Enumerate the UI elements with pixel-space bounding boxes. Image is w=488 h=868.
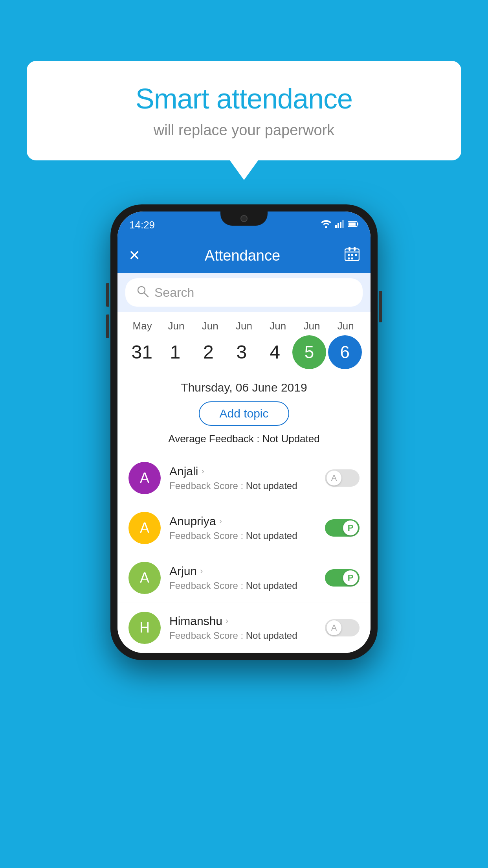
student-name-arjun[interactable]: Arjun › xyxy=(169,565,316,578)
chevron-arjun: › xyxy=(200,566,203,576)
speech-bubble-title: Smart attendance xyxy=(50,83,438,115)
svg-rect-6 xyxy=(357,223,358,225)
search-container: Search xyxy=(117,273,371,312)
cal-month-5[interactable]: Jun xyxy=(296,320,328,332)
attendance-toggle-arjun[interactable] xyxy=(325,569,360,587)
battery-icon xyxy=(348,221,359,229)
cal-date-5-today[interactable]: 5 xyxy=(292,335,326,369)
notch xyxy=(220,211,268,226)
calendar-icon[interactable] xyxy=(345,247,360,264)
cal-month-0[interactable]: May xyxy=(127,320,158,332)
svg-rect-7 xyxy=(349,223,356,226)
student-feedback-anupriya: Feedback Score : Not updated xyxy=(169,530,316,541)
calendar-dates: 31 1 2 3 4 5 6 xyxy=(117,335,371,369)
student-feedback-arjun: Feedback Score : Not updated xyxy=(169,580,316,591)
attendance-toggle-himanshu[interactable] xyxy=(325,619,360,636)
calendar-months: May Jun Jun Jun Jun Jun Jun xyxy=(117,320,371,332)
attendance-toggle-anupriya[interactable] xyxy=(325,519,360,537)
cal-month-3[interactable]: Jun xyxy=(228,320,260,332)
svg-rect-1 xyxy=(335,225,337,228)
svg-rect-4 xyxy=(342,220,344,228)
avg-feedback-label: Average Feedback : xyxy=(168,433,259,445)
student-feedback-anjali: Feedback Score : Not updated xyxy=(169,480,316,491)
add-topic-button[interactable]: Add topic xyxy=(199,401,289,426)
phone-mockup: 14:29 xyxy=(110,204,378,660)
speech-bubble-subtitle: will replace your paperwork xyxy=(50,122,438,139)
student-item-arjun: A Arjun › Feedback Score : Not updated xyxy=(117,553,371,603)
camera xyxy=(240,215,248,222)
svg-rect-2 xyxy=(338,223,339,228)
speech-bubble-arrow xyxy=(230,160,258,180)
svg-rect-11 xyxy=(354,247,356,251)
svg-rect-3 xyxy=(340,222,341,228)
svg-rect-16 xyxy=(351,257,353,259)
status-bar: 14:29 xyxy=(117,211,371,238)
student-info-anjali: Anjali › Feedback Score : Not updated xyxy=(169,465,316,491)
attendance-toggle-anjali[interactable] xyxy=(325,469,360,487)
avatar-himanshu: H xyxy=(128,612,161,644)
calendar-section: May Jun Jun Jun Jun Jun Jun 31 1 2 3 4 5… xyxy=(117,312,371,373)
cal-date-6-selected[interactable]: 6 xyxy=(328,335,362,369)
app-header: ✕ Attendance xyxy=(117,238,371,273)
power-button xyxy=(379,291,382,322)
volume-up-button xyxy=(106,283,109,307)
avg-feedback: Average Feedback : Not Updated xyxy=(129,433,359,445)
cal-date-1[interactable]: 1 xyxy=(160,343,191,362)
svg-rect-12 xyxy=(348,254,350,256)
wifi-icon xyxy=(321,220,331,230)
svg-line-18 xyxy=(144,293,148,297)
student-item-anjali: A Anjali › Feedback Score : Not updated xyxy=(117,453,371,503)
selected-date: Thursday, 06 June 2019 xyxy=(129,381,359,394)
chevron-himanshu: › xyxy=(226,616,228,626)
student-info-arjun: Arjun › Feedback Score : Not updated xyxy=(169,565,316,591)
volume-down-button xyxy=(106,314,109,338)
app-title: Attendance xyxy=(205,247,280,264)
search-bar[interactable]: Search xyxy=(125,278,363,307)
avatar-anjali: A xyxy=(128,462,161,494)
chevron-anupriya: › xyxy=(219,516,222,526)
date-info-section: Thursday, 06 June 2019 Add topic Average… xyxy=(117,373,371,453)
student-item-himanshu: H Himanshu › Feedback Score : Not update… xyxy=(117,603,371,653)
cal-date-3[interactable]: 3 xyxy=(226,343,257,362)
avg-feedback-value: Not Updated xyxy=(262,433,320,445)
chevron-anjali: › xyxy=(201,466,204,476)
student-name-himanshu[interactable]: Himanshu › xyxy=(169,614,316,628)
student-info-anupriya: Anupriya › Feedback Score : Not updated xyxy=(169,515,316,541)
student-info-himanshu: Himanshu › Feedback Score : Not updated xyxy=(169,614,316,641)
signal-icon xyxy=(335,220,344,230)
phone-outer: 14:29 xyxy=(110,204,378,660)
cal-date-0[interactable]: 31 xyxy=(126,343,158,362)
svg-point-0 xyxy=(325,226,327,228)
cal-month-2[interactable]: Jun xyxy=(194,320,226,332)
cal-date-2[interactable]: 2 xyxy=(193,343,224,362)
status-icons xyxy=(321,220,359,230)
speech-bubble: Smart attendance will replace your paper… xyxy=(27,61,461,160)
cal-month-6[interactable]: Jun xyxy=(330,320,361,332)
cal-month-4[interactable]: Jun xyxy=(262,320,294,332)
student-name-anjali[interactable]: Anjali › xyxy=(169,465,316,478)
speech-bubble-section: Smart attendance will replace your paper… xyxy=(27,61,461,180)
student-list: A Anjali › Feedback Score : Not updated xyxy=(117,453,371,653)
search-icon xyxy=(136,285,149,300)
avatar-arjun: A xyxy=(128,562,161,594)
student-name-anupriya[interactable]: Anupriya › xyxy=(169,515,316,528)
phone-screen: 14:29 xyxy=(117,211,371,653)
status-time: 14:29 xyxy=(129,219,155,231)
student-feedback-himanshu: Feedback Score : Not updated xyxy=(169,630,316,641)
student-item-anupriya: A Anupriya › Feedback Score : Not update… xyxy=(117,503,371,553)
search-placeholder: Search xyxy=(154,285,194,300)
svg-rect-15 xyxy=(348,257,350,259)
close-button[interactable]: ✕ xyxy=(128,247,140,264)
svg-rect-13 xyxy=(351,254,353,256)
cal-date-4[interactable]: 4 xyxy=(259,343,291,362)
avatar-anupriya: A xyxy=(128,512,161,544)
svg-rect-14 xyxy=(355,254,357,256)
cal-month-1[interactable]: Jun xyxy=(160,320,192,332)
svg-rect-10 xyxy=(349,247,350,251)
